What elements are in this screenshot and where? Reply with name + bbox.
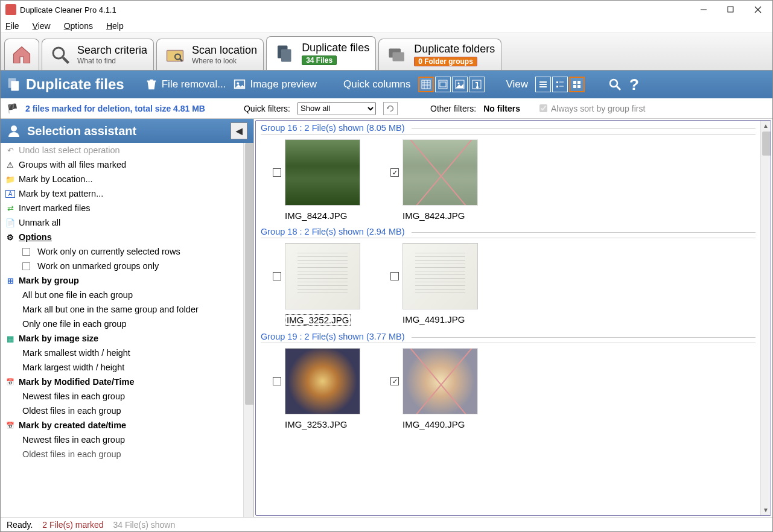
bm-newest[interactable]: Newest files in each group bbox=[1, 389, 243, 404]
svg-rect-31 bbox=[556, 86, 558, 87]
bc-oldest[interactable]: Oldest files in each group bbox=[1, 447, 243, 461]
group-header: Group 19 : 2 File(s) shown (3.77 MB) bbox=[261, 332, 756, 343]
invert-icon: ⇄ bbox=[5, 204, 15, 213]
file-checkbox[interactable] bbox=[273, 168, 281, 177]
tab-scan-location[interactable]: Scan location Where to look bbox=[156, 39, 264, 70]
tab-label: Scan location bbox=[192, 44, 257, 57]
tab-badge: 0 Folder groups bbox=[414, 57, 477, 66]
file-checkbox[interactable] bbox=[390, 272, 399, 280]
unmark-all[interactable]: 📄Unmark all bbox=[1, 215, 243, 230]
file-checkbox[interactable] bbox=[390, 168, 399, 177]
tab-home[interactable] bbox=[4, 39, 39, 70]
collapse-sidebar-button[interactable]: ◀ bbox=[231, 122, 247, 139]
minimize-button[interactable] bbox=[690, 1, 717, 18]
menu-help[interactable]: Help bbox=[106, 21, 124, 31]
undo-last-select[interactable]: ↶Undo last select operation bbox=[1, 143, 243, 157]
scroll-up-arrow[interactable]: ▲ bbox=[761, 121, 771, 131]
close-button[interactable] bbox=[744, 1, 771, 18]
folder-icon: 📁 bbox=[5, 175, 15, 184]
text-icon: A bbox=[5, 190, 15, 198]
tab-badge: 34 Files bbox=[302, 55, 337, 65]
column-audio-icon[interactable] bbox=[469, 77, 485, 92]
unmark-icon: 📄 bbox=[5, 218, 15, 227]
column-image-icon[interactable] bbox=[452, 77, 468, 92]
file-removal-button[interactable]: File removal... bbox=[145, 78, 226, 91]
warning-icon: ⚠ bbox=[5, 160, 15, 169]
opt-selected-rows[interactable]: Work only on currently selected rows bbox=[1, 244, 243, 259]
file-item[interactable]: IMG_4490.JPG bbox=[390, 348, 478, 429]
file-item[interactable]: IMG_3252.JPG bbox=[273, 243, 360, 326]
svg-rect-35 bbox=[577, 81, 581, 84]
svg-rect-14 bbox=[11, 81, 19, 90]
main-area: Selection assistant ◀ ↶Undo last select … bbox=[1, 119, 772, 517]
groups-all-marked[interactable]: ⚠Groups with all files marked bbox=[1, 157, 243, 172]
menu-options[interactable]: Options bbox=[64, 21, 93, 31]
menu-file[interactable]: File bbox=[5, 21, 19, 31]
folders-icon bbox=[385, 43, 409, 67]
refresh-filter-button[interactable] bbox=[383, 102, 398, 115]
options-header[interactable]: ⚙Options bbox=[1, 230, 243, 244]
tab-label: Duplicate files bbox=[302, 42, 369, 54]
svg-point-38 bbox=[610, 80, 617, 87]
files-icon bbox=[273, 42, 297, 66]
help-icon[interactable]: ? bbox=[629, 75, 639, 94]
file-thumbnail[interactable] bbox=[285, 243, 360, 309]
view-thumbs-icon[interactable] bbox=[569, 77, 585, 92]
bi-smallest[interactable]: Mark smallest width / height bbox=[1, 346, 243, 360]
quick-filter-select[interactable]: Show all bbox=[297, 102, 376, 115]
file-thumbnail[interactable] bbox=[402, 348, 478, 414]
content-area: Group 16 : 2 File(s) shown (8.05 MB)IMG_… bbox=[255, 120, 771, 516]
file-thumbnail[interactable] bbox=[285, 348, 360, 414]
file-item[interactable]: IMG_8424.JPG bbox=[273, 139, 360, 221]
menu-view[interactable]: View bbox=[33, 21, 51, 31]
file-checkbox[interactable] bbox=[273, 272, 281, 280]
image-preview-button[interactable]: Image preview bbox=[233, 78, 317, 91]
tree-icon: ⊞ bbox=[5, 276, 15, 285]
files-icon bbox=[5, 76, 22, 93]
svg-line-5 bbox=[63, 57, 69, 63]
sidebar-header: Selection assistant ◀ bbox=[1, 119, 253, 143]
file-thumbnail[interactable] bbox=[402, 243, 478, 309]
svg-rect-30 bbox=[556, 81, 558, 83]
scroll-down-arrow[interactable]: ▼ bbox=[761, 505, 771, 515]
file-thumbnail[interactable] bbox=[285, 139, 360, 206]
bg-only-one[interactable]: Only one file in each group bbox=[1, 317, 243, 331]
mark-by-pattern[interactable]: AMark by text pattern... bbox=[1, 186, 243, 201]
search-icon[interactable] bbox=[608, 77, 622, 92]
bi-largest[interactable]: Mark largest width / height bbox=[1, 360, 243, 375]
sidebar: Selection assistant ◀ ↶Undo last select … bbox=[1, 119, 254, 517]
group-header: Group 16 : 2 File(s) shown (8.05 MB) bbox=[261, 123, 756, 135]
bm-oldest[interactable]: Oldest files in each group bbox=[1, 404, 243, 418]
always-sort-checkbox[interactable] bbox=[539, 104, 547, 112]
bg-all-but-one-folder[interactable]: Mark all but one in the same group and f… bbox=[1, 302, 243, 317]
file-checkbox[interactable] bbox=[390, 377, 399, 385]
bg-all-but-one[interactable]: All but one file in each group bbox=[1, 288, 243, 302]
svg-line-39 bbox=[617, 86, 620, 90]
file-name: IMG_8424.JPG bbox=[285, 211, 347, 221]
view-list-icon[interactable] bbox=[535, 77, 551, 92]
column-grid-icon[interactable] bbox=[418, 77, 434, 92]
titlebar: Duplicate Cleaner Pro 4.1.1 bbox=[1, 1, 772, 19]
file-name: IMG_3253.JPG bbox=[285, 419, 347, 429]
mark-by-location[interactable]: 📁Mark by Location... bbox=[1, 172, 243, 186]
opt-unmarked-groups[interactable]: Work on unmarked groups only bbox=[1, 259, 243, 273]
file-item[interactable]: IMG_3253.JPG bbox=[273, 348, 360, 429]
invert-marked[interactable]: ⇄Invert marked files bbox=[1, 201, 243, 215]
view-details-icon[interactable] bbox=[552, 77, 568, 92]
gear-icon: ⚙ bbox=[5, 233, 15, 242]
tab-search-criteria[interactable]: Search criteria What to find bbox=[42, 39, 154, 70]
file-item[interactable]: IMG_4491.JPG bbox=[390, 243, 478, 326]
file-thumbnail[interactable] bbox=[402, 139, 478, 206]
file-item[interactable]: IMG_8424.JPG bbox=[390, 139, 478, 221]
column-window-icon[interactable] bbox=[435, 77, 451, 92]
content-scrollbar[interactable]: ▲ ▼ bbox=[760, 121, 771, 515]
maximize-button[interactable] bbox=[717, 1, 744, 18]
sidebar-scrollbar[interactable] bbox=[243, 143, 253, 517]
tab-duplicate-files[interactable]: Duplicate files 34 Files bbox=[266, 36, 376, 70]
file-checkbox[interactable] bbox=[273, 377, 281, 385]
folder-search-icon bbox=[163, 43, 187, 67]
filterbar: 🏴 2 files marked for deletion, total siz… bbox=[1, 98, 772, 119]
tab-duplicate-folders[interactable]: Duplicate folders 0 Folder groups bbox=[378, 39, 501, 70]
svg-point-4 bbox=[53, 48, 64, 59]
bc-newest[interactable]: Newest files in each group bbox=[1, 432, 243, 447]
